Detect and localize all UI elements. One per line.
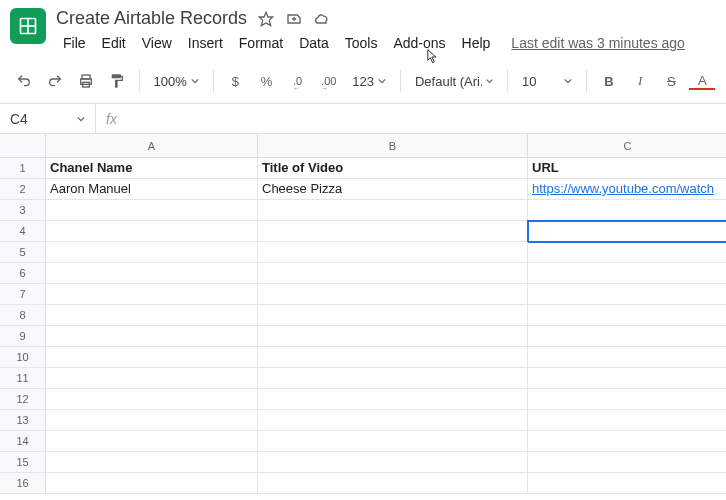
cell[interactable] (258, 326, 528, 347)
menu-view[interactable]: View (135, 31, 179, 55)
cell[interactable]: URL (528, 158, 726, 179)
font-select[interactable]: Default (Ari... (409, 74, 499, 89)
cloud-icon[interactable] (313, 10, 331, 28)
cell[interactable] (258, 347, 528, 368)
decrease-decimal-button[interactable]: .0← (284, 67, 311, 95)
cell[interactable] (258, 242, 528, 263)
select-all-corner[interactable] (0, 134, 46, 158)
cell[interactable]: Aaron Manuel (46, 179, 258, 200)
cell[interactable] (528, 368, 726, 389)
cell[interactable] (46, 452, 258, 473)
text-color-button[interactable]: A (689, 67, 716, 95)
menu-data[interactable]: Data (292, 31, 336, 55)
cell[interactable] (528, 410, 726, 431)
undo-button[interactable] (10, 67, 37, 95)
cell[interactable] (528, 200, 726, 221)
cell[interactable] (258, 431, 528, 452)
cell[interactable] (258, 389, 528, 410)
cell[interactable] (46, 473, 258, 494)
row-header[interactable]: 11 (0, 368, 46, 389)
cell[interactable] (258, 452, 528, 473)
strikethrough-button[interactable]: S (658, 67, 685, 95)
paint-format-button[interactable] (103, 67, 130, 95)
cell[interactable] (46, 305, 258, 326)
row-header[interactable]: 2 (0, 179, 46, 200)
menu-format[interactable]: Format (232, 31, 290, 55)
star-icon[interactable] (257, 10, 275, 28)
cell[interactable]: https://www.youtube.com/watch (528, 179, 726, 200)
doc-title[interactable]: Create Airtable Records (56, 8, 247, 29)
currency-button[interactable]: $ (222, 67, 249, 95)
last-edit-link[interactable]: Last edit was 3 minutes ago (511, 35, 685, 51)
increase-decimal-button[interactable]: .00→ (315, 67, 342, 95)
row-header[interactable]: 10 (0, 347, 46, 368)
cell[interactable] (528, 305, 726, 326)
cell[interactable]: Title of Video (258, 158, 528, 179)
row-header[interactable]: 1 (0, 158, 46, 179)
zoom-select[interactable]: 100% (148, 74, 205, 89)
row-header[interactable]: 3 (0, 200, 46, 221)
menu-addons[interactable]: Add-ons (386, 31, 452, 55)
cell[interactable] (46, 347, 258, 368)
col-header[interactable]: C (528, 134, 726, 158)
redo-button[interactable] (41, 67, 68, 95)
cell[interactable] (258, 200, 528, 221)
cell[interactable] (258, 305, 528, 326)
menu-edit[interactable]: Edit (95, 31, 133, 55)
cell[interactable] (528, 452, 726, 473)
menu-tools[interactable]: Tools (338, 31, 385, 55)
menu-help[interactable]: Help (455, 31, 498, 55)
menu-file[interactable]: File (56, 31, 93, 55)
cell[interactable] (528, 242, 726, 263)
font-size-select[interactable]: 10 (516, 74, 578, 89)
cell[interactable] (46, 284, 258, 305)
cell[interactable] (258, 221, 528, 242)
row-header[interactable]: 15 (0, 452, 46, 473)
cell[interactable]: Cheese Pizza (258, 179, 528, 200)
row-header[interactable]: 5 (0, 242, 46, 263)
cell[interactable] (258, 410, 528, 431)
row-header[interactable]: 8 (0, 305, 46, 326)
cell[interactable]: Chanel Name (46, 158, 258, 179)
cell[interactable] (46, 242, 258, 263)
sheets-logo[interactable] (10, 8, 46, 44)
row-header[interactable]: 9 (0, 326, 46, 347)
formula-input[interactable] (127, 104, 726, 133)
cell[interactable] (46, 221, 258, 242)
cell[interactable] (258, 263, 528, 284)
italic-button[interactable]: I (627, 67, 654, 95)
menu-insert[interactable]: Insert (181, 31, 230, 55)
cell[interactable] (46, 431, 258, 452)
row-header[interactable]: 7 (0, 284, 46, 305)
col-header[interactable]: B (258, 134, 528, 158)
cell[interactable] (258, 473, 528, 494)
cell[interactable] (46, 263, 258, 284)
cell[interactable] (46, 200, 258, 221)
row-header[interactable]: 14 (0, 431, 46, 452)
cell[interactable] (528, 326, 726, 347)
row-header[interactable]: 16 (0, 473, 46, 494)
print-button[interactable] (72, 67, 99, 95)
col-header[interactable]: A (46, 134, 258, 158)
cell[interactable] (528, 389, 726, 410)
number-format-select[interactable]: 123 (346, 74, 392, 89)
cell[interactable] (528, 263, 726, 284)
row-header[interactable]: 12 (0, 389, 46, 410)
cell[interactable] (46, 389, 258, 410)
cell[interactable] (258, 284, 528, 305)
row-header[interactable]: 4 (0, 221, 46, 242)
row-header[interactable]: 13 (0, 410, 46, 431)
cell[interactable] (528, 347, 726, 368)
move-icon[interactable] (285, 10, 303, 28)
cell-reference[interactable]: C4 (0, 104, 96, 133)
cell[interactable] (528, 284, 726, 305)
row-header[interactable]: 6 (0, 263, 46, 284)
cell[interactable] (528, 473, 726, 494)
cell[interactable] (46, 410, 258, 431)
cell[interactable] (528, 431, 726, 452)
cell[interactable] (258, 368, 528, 389)
bold-button[interactable]: B (595, 67, 622, 95)
cell-selected[interactable] (528, 221, 726, 242)
percent-button[interactable]: % (253, 67, 280, 95)
cell[interactable] (46, 368, 258, 389)
